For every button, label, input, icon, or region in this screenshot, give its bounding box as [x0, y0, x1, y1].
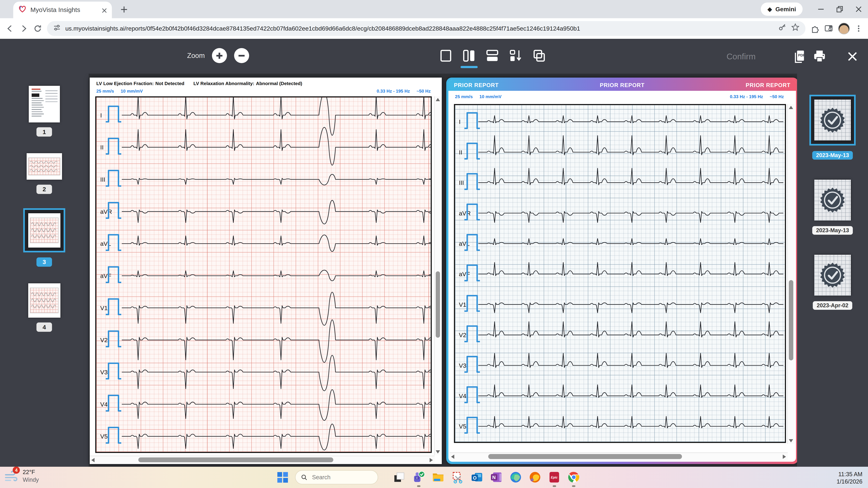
window-restore-button[interactable]: [830, 0, 849, 18]
scroll-left-arrow[interactable]: [91, 458, 95, 462]
gemini-button[interactable]: ◆ Gemini: [761, 2, 803, 16]
scroll-down-arrow[interactable]: [789, 439, 793, 443]
prior-report-date-pill[interactable]: 2023-Apr-02: [813, 301, 852, 310]
ecg-grid-prior[interactable]: IIIIIIaVRaVLaVFV1V2V3V4V5: [454, 104, 786, 443]
profile-avatar[interactable]: [838, 23, 850, 34]
page-thumbnail-item-1[interactable]: 1: [0, 86, 89, 136]
weather-temp: 22°F: [23, 468, 39, 476]
horizontal-scrollbar[interactable]: [90, 456, 435, 464]
page-number-pill[interactable]: 3: [36, 257, 52, 267]
reload-icon[interactable]: [33, 24, 42, 33]
edge-icon[interactable]: [509, 470, 523, 484]
snipping-tool-icon[interactable]: [451, 470, 464, 484]
weather-widget[interactable]: 4 22°FWindy: [4, 468, 39, 484]
ecg-grid-current[interactable]: IIIIIIaVRaVLaVFV1V2V3V4V5: [95, 96, 432, 453]
vertical-scroll-thumb[interactable]: [789, 280, 793, 360]
prior-report-thumbnail[interactable]: [814, 99, 851, 141]
back-icon[interactable]: [5, 24, 14, 33]
chrome-icon[interactable]: [567, 470, 581, 484]
horizontal-scroll-thumb[interactable]: [138, 457, 333, 462]
browser-menu-kebab-icon[interactable]: [855, 25, 863, 32]
zoom-label: Zoom: [187, 52, 205, 60]
notification-badge: 4: [13, 466, 20, 474]
page-thumbnail-item-4[interactable]: 4: [0, 283, 89, 332]
page-number-pill[interactable]: 1: [36, 127, 52, 136]
selected-prior-frame: [809, 95, 856, 146]
confirm-button[interactable]: Confirm: [726, 52, 756, 61]
print-icon[interactable]: [812, 49, 827, 64]
prior-report-item-2023-May-13[interactable]: 2023-May-13: [797, 180, 868, 235]
prior-report-item-2023-May-13[interactable]: 2023-May-13: [797, 95, 868, 160]
two-column-view-icon[interactable]: [462, 48, 476, 63]
export-pdf-icon[interactable]: PDF: [792, 49, 807, 64]
close-report-icon[interactable]: [847, 51, 858, 62]
scroll-left-arrow[interactable]: [451, 455, 454, 459]
svg-text:aVR: aVR: [100, 208, 112, 215]
teams-icon[interactable]: T: [412, 470, 426, 484]
page-thumbnail-item-2[interactable]: 2: [0, 153, 89, 194]
task-view-icon[interactable]: [393, 470, 406, 484]
page-thumbnail-rail: 1234: [0, 74, 89, 467]
zoom-out-button[interactable]: [234, 48, 249, 63]
url-text[interactable]: us.myovistainsights.ai/reports/0f54e2b0f…: [65, 25, 774, 32]
scroll-up-arrow[interactable]: [789, 106, 793, 109]
window-minimize-button[interactable]: [811, 0, 830, 18]
taskbar-search[interactable]: [295, 470, 378, 485]
taskbar-clock[interactable]: 11:35 AM 1/16/2026: [837, 471, 863, 485]
horizontal-scroll-thumb[interactable]: [488, 454, 682, 459]
prior-report-rail: 2023-May-132023-May-132023-Apr-02: [797, 74, 868, 467]
scroll-down-arrow[interactable]: [436, 450, 440, 454]
onenote-icon[interactable]: N: [489, 470, 503, 484]
tab-close-icon[interactable]: [102, 5, 107, 15]
two-row-view-icon[interactable]: [485, 48, 500, 63]
page-number-pill[interactable]: 2: [36, 185, 52, 194]
prior-report-banner-text: PRIOR REPORT: [600, 82, 645, 89]
outlook-icon[interactable]: O: [470, 470, 484, 484]
vertical-scroll-thumb[interactable]: [436, 271, 440, 338]
prior-report-item-2023-Apr-02[interactable]: 2023-Apr-02: [797, 255, 868, 310]
gemini-diamond-icon: ◆: [767, 5, 772, 13]
firefox-icon[interactable]: [528, 470, 542, 484]
overlay-view-icon[interactable]: [531, 48, 547, 63]
scroll-down-view-icon[interactable]: [508, 48, 523, 63]
search-input[interactable]: [311, 474, 372, 481]
prior-report-date-pill[interactable]: 2023-May-13: [812, 226, 853, 235]
site-settings-tune-icon[interactable]: [53, 23, 61, 34]
scroll-up-arrow[interactable]: [436, 98, 440, 101]
epic-icon[interactable]: Epic: [548, 470, 561, 484]
password-key-icon[interactable]: [778, 23, 786, 34]
vertical-scrollbar-prior[interactable]: [787, 104, 795, 444]
page-thumbnail[interactable]: [27, 153, 62, 180]
scroll-right-arrow[interactable]: [430, 458, 433, 462]
single-page-view-icon[interactable]: [438, 48, 454, 63]
window-close-button[interactable]: [849, 0, 868, 18]
page-thumbnail-item-3[interactable]: 3: [0, 208, 89, 267]
svg-text:Epic: Epic: [551, 476, 558, 479]
file-explorer-icon[interactable]: [431, 470, 445, 484]
page-thumbnail[interactable]: [29, 86, 60, 122]
omnibox[interactable]: us.myovistainsights.ai/reports/0f54e2b0f…: [47, 21, 805, 36]
prior-report-thumbnail[interactable]: [814, 180, 851, 221]
new-tab-button[interactable]: [119, 4, 129, 14]
vertical-scrollbar[interactable]: [434, 96, 442, 455]
acquisition-settings: 25 mm/s10 mm/mV 0.33 Hz - 195 Hz~50 Hz: [96, 89, 431, 94]
svg-text:I: I: [459, 119, 461, 125]
svg-text:V4: V4: [459, 393, 466, 399]
page-thumbnail[interactable]: [28, 283, 60, 318]
ecg-trace: IIIIIIaVRaVLaVFV1V2V3V4V5: [96, 97, 431, 452]
forward-icon[interactable]: [19, 24, 28, 33]
running-indicator-dot: [572, 485, 576, 487]
bookmark-star-icon[interactable]: [791, 23, 799, 34]
horizontal-scrollbar-prior[interactable]: [450, 452, 788, 461]
extensions-puzzle-icon[interactable]: [810, 24, 819, 33]
bandpass-filter: 0.33 Hz - 195 Hz: [730, 94, 763, 99]
zoom-in-button[interactable]: [212, 48, 227, 63]
prior-report-date-pill[interactable]: 2023-May-13: [812, 151, 853, 160]
browser-tab[interactable]: MyoVista Insights: [13, 2, 112, 18]
page-thumbnail[interactable]: [28, 213, 60, 248]
page-number-pill[interactable]: 4: [36, 323, 52, 332]
scroll-right-arrow[interactable]: [783, 455, 786, 459]
prior-report-thumbnail[interactable]: [814, 255, 851, 296]
side-panel-search-icon[interactable]: [824, 24, 833, 33]
start-button[interactable]: [276, 470, 289, 484]
